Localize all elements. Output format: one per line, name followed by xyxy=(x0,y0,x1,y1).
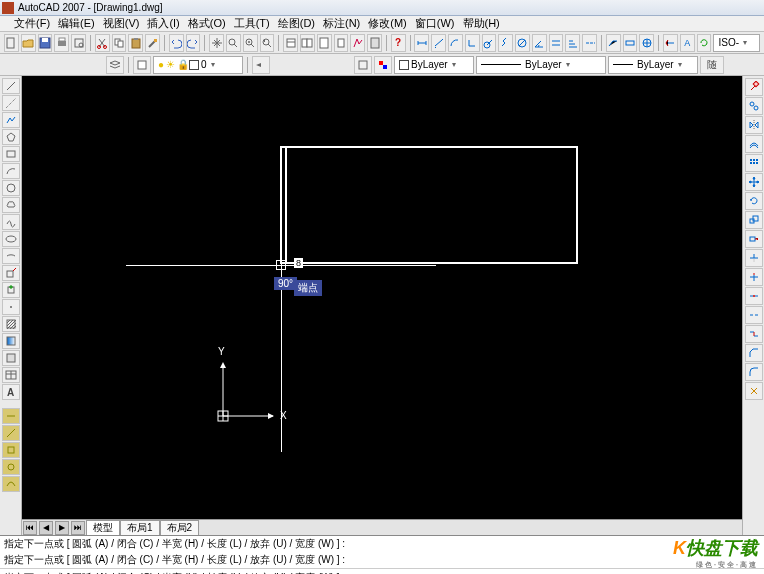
rectangle-tool-icon[interactable] xyxy=(2,146,20,162)
copy-tool-icon[interactable] xyxy=(745,97,763,115)
color-dropdown[interactable]: ByLayer xyxy=(394,56,474,74)
save-icon[interactable] xyxy=(38,34,53,52)
calc-icon[interactable] xyxy=(367,34,382,52)
mtext-tool-icon[interactable]: A xyxy=(2,384,20,400)
gradient-tool-icon[interactable] xyxy=(2,333,20,349)
arc-tool-icon[interactable] xyxy=(2,163,20,179)
tolerance-icon[interactable] xyxy=(623,34,638,52)
properties-toggle-icon[interactable] xyxy=(354,56,372,74)
menu-tools[interactable]: 工具(T) xyxy=(234,16,270,31)
trim-tool-icon[interactable] xyxy=(745,249,763,267)
polyline-tool-icon[interactable] xyxy=(2,112,20,128)
zoom-window-icon[interactable] xyxy=(243,34,258,52)
dim-angular-icon[interactable] xyxy=(532,34,547,52)
polygon-tool-icon[interactable] xyxy=(2,129,20,145)
extra-3-icon[interactable] xyxy=(2,442,20,458)
leader-icon[interactable] xyxy=(606,34,621,52)
make-block-icon[interactable] xyxy=(2,282,20,298)
scale-tool-icon[interactable] xyxy=(745,211,763,229)
menu-edit[interactable]: 编辑(E) xyxy=(58,16,95,31)
dim-style-dropdown[interactable]: ISO- xyxy=(713,34,760,52)
offset-tool-icon[interactable] xyxy=(745,135,763,153)
extend-tool-icon[interactable] xyxy=(745,268,763,286)
dim-update-icon[interactable] xyxy=(697,34,712,52)
dim-baseline-icon[interactable] xyxy=(565,34,580,52)
layer-manager-icon[interactable] xyxy=(106,56,124,74)
copy-icon[interactable] xyxy=(112,34,127,52)
lineweight-dropdown[interactable]: ByLayer xyxy=(608,56,698,74)
menu-bar[interactable]: 文件(F) 编辑(E) 视图(V) 插入(I) 格式(O) 工具(T) 绘图(D… xyxy=(0,16,764,32)
tool-palettes-icon[interactable] xyxy=(317,34,332,52)
paste-icon[interactable] xyxy=(128,34,143,52)
menu-file[interactable]: 文件(F) xyxy=(14,16,50,31)
dim-aligned-icon[interactable] xyxy=(431,34,446,52)
extra-4-icon[interactable] xyxy=(2,459,20,475)
line-tool-icon[interactable] xyxy=(2,78,20,94)
dim-diameter-icon[interactable] xyxy=(515,34,530,52)
join-tool-icon[interactable] xyxy=(745,325,763,343)
linetype-dropdown[interactable]: ByLayer xyxy=(476,56,606,74)
preview-icon[interactable] xyxy=(71,34,86,52)
chamfer-tool-icon[interactable] xyxy=(745,344,763,362)
layout2-tab[interactable]: 布局2 xyxy=(160,520,200,535)
region-tool-icon[interactable] xyxy=(2,350,20,366)
extra-2-icon[interactable] xyxy=(2,425,20,441)
dim-ordinate-icon[interactable] xyxy=(465,34,480,52)
extra-1-icon[interactable] xyxy=(2,408,20,424)
layout1-tab[interactable]: 布局1 xyxy=(120,520,160,535)
open-icon[interactable] xyxy=(21,34,36,52)
menu-draw[interactable]: 绘图(D) xyxy=(278,16,315,31)
ellipse-arc-icon[interactable] xyxy=(2,248,20,264)
construction-line-icon[interactable] xyxy=(2,95,20,111)
menu-insert[interactable]: 插入(I) xyxy=(147,16,179,31)
pan-icon[interactable] xyxy=(209,34,224,52)
redo-icon[interactable] xyxy=(186,34,201,52)
menu-help[interactable]: 帮助(H) xyxy=(463,16,500,31)
menu-format[interactable]: 格式(O) xyxy=(188,16,226,31)
menu-window[interactable]: 窗口(W) xyxy=(415,16,455,31)
dim-radius-icon[interactable] xyxy=(482,34,497,52)
point-tool-icon[interactable] xyxy=(2,299,20,315)
dim-arc-icon[interactable] xyxy=(448,34,463,52)
color-picker-icon[interactable] xyxy=(374,56,392,74)
spline-tool-icon[interactable] xyxy=(2,214,20,230)
command-input[interactable]: 指定下一点或 [ 圆弧 (A) / 闭合 (C) / 半宽 (H) / 长度 (… xyxy=(0,568,764,574)
properties-icon[interactable] xyxy=(283,34,298,52)
stretch-tool-icon[interactable] xyxy=(745,230,763,248)
extra-5-icon[interactable] xyxy=(2,476,20,492)
layer-dropdown[interactable]: ● ☀ 🔒 0 xyxy=(153,56,243,74)
model-tab[interactable]: 模型 xyxy=(86,520,120,535)
undo-icon[interactable] xyxy=(169,34,184,52)
zoom-realtime-icon[interactable] xyxy=(226,34,241,52)
break-tool-icon[interactable] xyxy=(745,306,763,324)
design-center-icon[interactable] xyxy=(300,34,315,52)
array-tool-icon[interactable] xyxy=(745,154,763,172)
zoom-previous-icon[interactable] xyxy=(260,34,275,52)
hatch-tool-icon[interactable] xyxy=(2,316,20,332)
print-icon[interactable] xyxy=(54,34,69,52)
tab-last-icon[interactable]: ⏭ xyxy=(71,521,85,535)
tab-prev-icon[interactable]: ◀ xyxy=(39,521,53,535)
insert-block-icon[interactable] xyxy=(2,265,20,281)
explode-tool-icon[interactable] xyxy=(745,382,763,400)
tab-next-icon[interactable]: ▶ xyxy=(55,521,69,535)
help-icon[interactable]: ? xyxy=(391,34,406,52)
erase-tool-icon[interactable] xyxy=(745,78,763,96)
cut-icon[interactable] xyxy=(95,34,110,52)
revcloud-tool-icon[interactable] xyxy=(2,197,20,213)
rotate-tool-icon[interactable] xyxy=(745,192,763,210)
layer-filter-icon[interactable] xyxy=(133,56,151,74)
drawing-canvas[interactable]: 8 90° 端点 X Y ⏮ ◀ ▶ ⏭ 模型 布局1 布局2 xyxy=(22,76,742,535)
dim-jogged-icon[interactable] xyxy=(498,34,513,52)
dim-quick-icon[interactable] xyxy=(549,34,564,52)
menu-dimension[interactable]: 标注(N) xyxy=(323,16,360,31)
dynamic-input[interactable]: 8 xyxy=(294,258,303,268)
menu-modify[interactable]: 修改(M) xyxy=(368,16,407,31)
break-at-point-icon[interactable] xyxy=(745,287,763,305)
dim-linear-icon[interactable] xyxy=(414,34,429,52)
match-icon[interactable] xyxy=(145,34,160,52)
layer-prev-icon[interactable] xyxy=(252,56,270,74)
circle-tool-icon[interactable] xyxy=(2,180,20,196)
ellipse-tool-icon[interactable] xyxy=(2,231,20,247)
move-tool-icon[interactable] xyxy=(745,173,763,191)
